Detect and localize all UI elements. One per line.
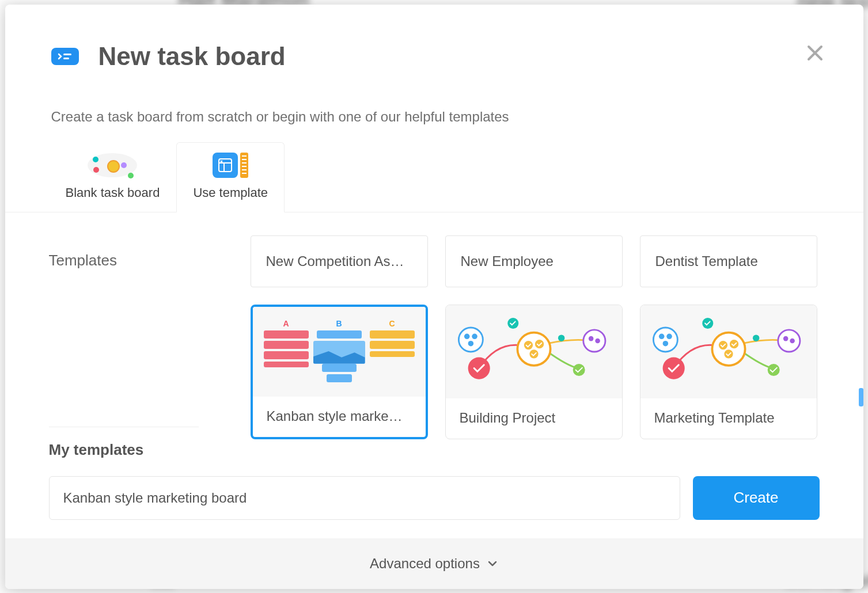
template-icon: [213, 153, 248, 178]
close-icon: [806, 44, 824, 62]
template-label: Kanban style marke…: [253, 397, 426, 437]
template-label: Marketing Template: [640, 398, 817, 439]
svg-point-13: [529, 349, 538, 358]
svg-rect-1: [63, 58, 69, 59]
svg-point-10: [517, 332, 550, 365]
svg-point-32: [767, 363, 779, 375]
svg-point-27: [729, 340, 738, 348]
modal-body: Templates My templates New Competition A…: [5, 212, 863, 589]
svg-point-21: [662, 340, 668, 346]
new-task-board-modal: New task board Create a task board from …: [5, 5, 863, 589]
modal-header: New task board: [5, 5, 863, 71]
modal-subtitle: Create a task board from scratch or begi…: [5, 71, 863, 125]
section-my-templates-heading: My templates: [49, 427, 199, 459]
tab-blank-board[interactable]: Blank task board: [49, 142, 177, 212]
advanced-options-label: Advanced options: [370, 556, 480, 572]
template-label: Building Project: [446, 398, 622, 439]
template-card-marketing-template[interactable]: Marketing Template: [640, 305, 817, 439]
template-card-new-competition[interactable]: New Competition As…: [251, 235, 428, 287]
svg-point-8: [588, 336, 593, 341]
svg-point-5: [472, 333, 477, 339]
svg-point-9: [595, 338, 600, 343]
advanced-options-toggle[interactable]: Advanced options: [5, 538, 863, 589]
tab-label: Blank task board: [66, 185, 160, 200]
modal-title: New task board: [98, 42, 286, 71]
template-card-kanban-marketing[interactable]: A B C Kanban style marke…: [251, 305, 428, 439]
create-row: Create: [49, 476, 820, 520]
tabs: Blank task board Use template: [5, 142, 863, 212]
svg-point-26: [718, 340, 727, 349]
chevron-down-icon: [487, 558, 498, 569]
svg-point-24: [790, 338, 795, 343]
section-templates-heading: Templates: [49, 252, 117, 269]
svg-rect-0: [63, 54, 71, 55]
svg-point-15: [558, 334, 564, 341]
task-board-icon: [51, 48, 79, 65]
svg-point-16: [468, 357, 490, 379]
tab-use-template[interactable]: Use template: [176, 142, 285, 212]
svg-point-19: [658, 333, 664, 339]
board-name-input[interactable]: [49, 476, 680, 520]
svg-point-18: [653, 328, 677, 352]
nodes-diagram-icon: [646, 311, 811, 393]
svg-point-11: [524, 340, 532, 349]
blank-board-icon: [88, 153, 137, 177]
svg-point-7: [583, 329, 605, 351]
scrollbar-thumb[interactable]: [859, 388, 863, 406]
svg-point-3: [458, 328, 483, 352]
template-card-building-project[interactable]: Building Project: [445, 305, 623, 439]
close-button[interactable]: [803, 41, 827, 64]
template-preview: A B C: [253, 307, 426, 397]
svg-point-25: [712, 332, 745, 365]
svg-point-20: [666, 333, 672, 339]
svg-point-31: [662, 357, 684, 379]
template-preview: [446, 305, 622, 398]
svg-point-23: [783, 336, 788, 341]
svg-point-22: [778, 329, 799, 351]
template-card-dentist[interactable]: Dentist Template: [640, 235, 817, 287]
template-preview: [640, 305, 817, 398]
template-card-new-employee[interactable]: New Employee: [445, 235, 623, 287]
svg-point-12: [535, 340, 543, 348]
nodes-diagram-icon: [452, 311, 616, 393]
tab-label: Use template: [193, 185, 268, 200]
templates-grid: New Competition As… New Employee Dentist…: [251, 235, 852, 439]
svg-point-28: [724, 349, 733, 358]
svg-point-17: [573, 363, 585, 375]
svg-point-4: [464, 333, 469, 339]
create-button[interactable]: Create: [693, 476, 820, 520]
svg-point-30: [752, 334, 759, 341]
svg-point-6: [468, 340, 473, 346]
